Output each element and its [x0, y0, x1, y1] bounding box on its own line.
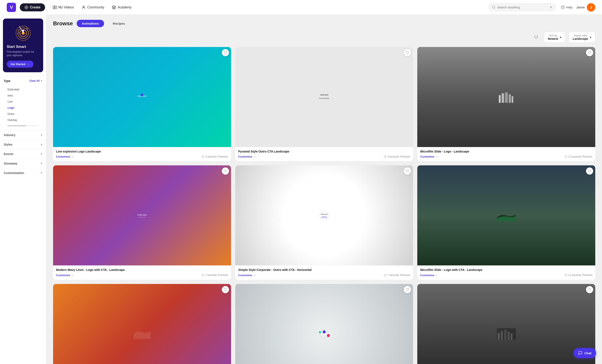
svg-point-15	[27, 31, 28, 32]
nav-academy[interactable]: Academy	[112, 5, 132, 10]
svg-text:YOUR LOGO: YOUR LOGO	[137, 214, 147, 216]
sort-button[interactable]: Sort by Newest ▾	[544, 32, 565, 43]
chat-icon	[578, 351, 582, 355]
template-card[interactable]: YOUR LOGOYOUR TEXTCAN BE HERE Simple Sty…	[235, 165, 413, 279]
template-duration: 3 seconds	[205, 155, 217, 158]
template-heart-button[interactable]	[222, 49, 229, 56]
navbar: V Create My Videos Community Academy ✕	[0, 0, 602, 15]
template-heart-button[interactable]	[586, 49, 593, 56]
logo[interactable]: V	[7, 3, 16, 12]
svg-rect-25	[505, 92, 508, 103]
template-duration: 11 seconds	[568, 155, 581, 158]
filter-item-intro[interactable]: Intro	[6, 93, 46, 99]
template-card[interactable]: Microfilm Slide - Logo - Landscape Custo…	[417, 47, 595, 161]
tab-recipes[interactable]: Recipes	[108, 20, 130, 27]
search-input[interactable]	[497, 5, 548, 9]
template-card[interactable]: YOUR LOGOCRIB BELOW NOW Modern Wavy Line…	[53, 165, 231, 279]
template-meta: Customise → 3 seconds Premium	[56, 155, 228, 158]
events-filter-header[interactable]: Events ▾	[0, 149, 46, 159]
aspect-ratio-label: Aspect ratio	[573, 34, 588, 37]
giveaway-chevron-icon: ▾	[41, 162, 42, 165]
template-name: Simple Style Corporate - Outro with CTA …	[238, 268, 410, 272]
svg-text:FOLLOW FOR MORE: FOLLOW FOR MORE	[319, 98, 329, 99]
heart-icon	[588, 288, 591, 291]
styles-filter-header[interactable]: Styles ▾	[0, 140, 46, 149]
customise-link[interactable]: Customise →	[238, 155, 256, 158]
events-filter-label: Events	[4, 152, 13, 156]
premium-badge: Premium	[400, 274, 410, 277]
customise-link[interactable]: Customise →	[420, 155, 438, 158]
filter-item-extended[interactable]: Extended	[6, 86, 46, 93]
clock-icon	[565, 155, 567, 158]
filter-item-overlay[interactable]: Overlay	[6, 117, 46, 123]
clock-icon	[384, 155, 387, 158]
nav-my-videos[interactable]: My Videos	[53, 5, 74, 10]
type-filter-section: Type Clear All ▾ ExtendedIntroLiveLogoOu…	[0, 76, 46, 130]
community-icon	[82, 5, 86, 10]
aspect-ratio-button[interactable]: Aspect ratio Landscape ▾	[569, 32, 595, 43]
template-name: Modern Wavy Lines - Logo with CTA - Land…	[56, 268, 228, 272]
giveaway-filter-header[interactable]: Giveaway ▾	[0, 159, 46, 168]
chat-button[interactable]: Chat	[574, 348, 596, 358]
svg-rect-1	[53, 6, 56, 9]
aspect-ratio-value: Landscape	[573, 37, 588, 41]
template-card[interactable]: YOUR LOGOFOLLOW FOR MORE Pyramid Style O…	[235, 47, 413, 161]
sidebar: Start Smart Find targeted recipes for yo…	[0, 15, 46, 364]
template-card[interactable]: Dark Cinematic Landscape Customise → 8 s…	[417, 284, 595, 364]
help-link[interactable]: Help	[561, 5, 572, 9]
svg-point-41	[319, 331, 321, 333]
svg-marker-2	[54, 7, 55, 8]
clear-all-link[interactable]: Clear All	[30, 79, 40, 82]
template-card[interactable]: Animated Logo Reveal Customise → 5 secon…	[53, 284, 231, 364]
template-meta: Customise → 7 seconds Premium	[56, 274, 228, 277]
industry-filter-header[interactable]: Industry ▾	[0, 130, 46, 140]
svg-point-14	[26, 28, 27, 29]
template-info: Pyramid Style Outro CTA Landscape Custom…	[235, 147, 413, 161]
template-heart-button[interactable]	[586, 286, 593, 293]
type-filter-label: Type	[4, 79, 11, 83]
industry-chevron-icon: ▾	[41, 133, 42, 137]
events-chevron-icon: ▾	[41, 152, 42, 155]
styles-filter-label: Styles	[4, 143, 12, 146]
customise-link[interactable]: Customise →	[56, 274, 74, 277]
tab-animations[interactable]: Animations	[77, 20, 104, 27]
customise-link[interactable]: Customise →	[238, 274, 256, 277]
template-details: 3 seconds Premium	[202, 155, 228, 158]
favorites-button[interactable]	[532, 33, 540, 42]
premium-badge: Premium	[218, 274, 228, 277]
template-card[interactable]: YOUR LOGO Line explosion Logo Landscape …	[53, 47, 231, 161]
template-name: Pyramid Style Outro CTA Landscape	[238, 150, 410, 153]
search-box: ✕	[488, 3, 556, 11]
template-name: Line explosion Logo Landscape	[56, 150, 228, 153]
template-meta: Customise → 11 seconds Premium	[420, 274, 592, 277]
template-heart-button[interactable]	[222, 168, 229, 175]
video-icon	[53, 5, 57, 10]
filter-scroll-track	[8, 125, 39, 126]
industry-filter-label: Industry	[4, 133, 15, 137]
template-name: Microfilm Slide - Logo with CTA - Landsc…	[420, 268, 592, 272]
heart-icon	[224, 288, 227, 291]
nav-community[interactable]: Community	[82, 5, 104, 10]
filter-item-outro[interactable]: Outro	[6, 111, 46, 117]
template-details: 7 seconds Premium	[384, 274, 410, 277]
create-button[interactable]: Create	[20, 3, 45, 11]
template-name: Microfilm Slide - Logo - Landscape	[420, 150, 592, 153]
avatar[interactable]: J	[587, 3, 595, 11]
template-thumbnail	[417, 284, 595, 364]
customization-filter-header[interactable]: Customization ▾	[0, 168, 46, 178]
clock-icon	[202, 155, 204, 158]
template-thumbnail: YOUR LOGOFOLLOW FOR MORE	[235, 47, 413, 147]
search-clear-icon[interactable]: ✕	[549, 5, 552, 9]
customise-link[interactable]: Customise →	[56, 155, 74, 158]
main-content: Browse Animations Recipes Sort by Newest…	[46, 15, 602, 364]
template-card[interactable]: Microfilm Slide - Logo with CTA - Landsc…	[417, 165, 595, 279]
get-started-button[interactable]: Get Started →	[7, 61, 33, 68]
template-heart-button[interactable]	[222, 286, 229, 293]
customise-link[interactable]: Customise →	[420, 274, 438, 277]
type-filter-header[interactable]: Type Clear All ▾	[0, 76, 46, 86]
template-card[interactable]: Circle Burst Logo Landscape Customise → …	[235, 284, 413, 364]
filter-item-live[interactable]: Live	[6, 99, 46, 105]
template-heart-button[interactable]	[404, 286, 411, 293]
filter-item-logo[interactable]: Logo	[6, 105, 46, 111]
template-meta: Customise → 11 seconds Premium	[420, 155, 592, 158]
